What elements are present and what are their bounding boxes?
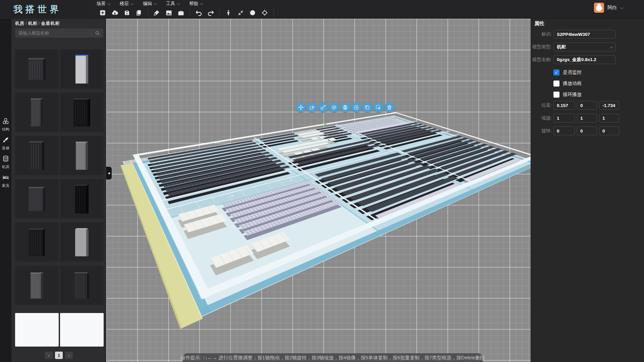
material-pen-icon[interactable] — [151, 8, 163, 17]
cabinet-body — [75, 228, 89, 256]
model-tile[interactable] — [60, 49, 104, 89]
cabinet-body — [31, 98, 43, 126]
model-tile[interactable] — [60, 136, 104, 175]
sidebar-collapse-handle[interactable]: ◀ — [106, 167, 112, 179]
cabinet-body — [76, 142, 88, 170]
model-tile[interactable] — [15, 49, 59, 89]
cabinet-body — [73, 98, 90, 126]
rail-item-structure[interactable]: 结构 — [0, 118, 11, 132]
current-page[interactable]: 1 — [55, 352, 63, 359]
rotate-90-icon[interactable]: 90 — [329, 102, 339, 112]
model-tile[interactable] — [60, 179, 104, 218]
box-select-icon[interactable] — [373, 102, 383, 112]
scale-z-input[interactable]: 1 — [599, 114, 619, 122]
cabinet-body — [31, 272, 43, 299]
rotation-x-input[interactable]: 0 — [553, 126, 575, 135]
breadcrumb-cabinet[interactable]: 机柜 — [28, 21, 38, 26]
cabinet-body — [75, 55, 88, 84]
cabinet-thumbnail — [75, 185, 89, 213]
fit-view-icon[interactable] — [234, 8, 247, 17]
person-view-icon[interactable] — [222, 8, 234, 17]
rail-item-decorate[interactable]: 装修 — [0, 137, 11, 151]
cabinet-door — [31, 231, 41, 255]
copy-page-icon[interactable] — [133, 8, 145, 17]
breadcrumb-room[interactable]: 机房 — [15, 21, 24, 26]
model-tile[interactable] — [15, 136, 59, 175]
scale-icon[interactable] — [318, 102, 328, 112]
user-menu[interactable]: 阿白 — [594, 3, 623, 13]
copy-icon[interactable] — [351, 102, 361, 112]
chevron-down-icon — [610, 45, 613, 48]
cabinet-thumbnail — [29, 228, 45, 256]
batch-copy-icon[interactable] — [362, 102, 372, 112]
search-input[interactable] — [15, 31, 91, 36]
next-page-button[interactable]: › — [65, 352, 73, 359]
model-tile[interactable] — [15, 179, 59, 218]
model-type-select[interactable]: 机柜 — [553, 43, 615, 51]
new-icon[interactable] — [97, 8, 109, 17]
model-tile[interactable] — [60, 222, 104, 262]
chevron-down-icon — [620, 6, 624, 9]
cabinet-thumbnail — [28, 58, 46, 80]
image-icon[interactable] — [163, 8, 175, 17]
monitor-checkbox[interactable]: ✓ — [553, 69, 559, 75]
model-tile[interactable] — [60, 313, 104, 347]
toolbar-separator — [148, 9, 148, 16]
cloud-download-icon[interactable] — [109, 8, 121, 17]
id-input[interactable]: S2PP4lewW307 — [553, 30, 615, 39]
save-icon[interactable] — [121, 8, 133, 17]
redo-icon[interactable] — [205, 8, 217, 17]
cubes-icon — [2, 118, 9, 126]
mirror-icon[interactable] — [340, 102, 350, 112]
chevron-down-icon — [200, 2, 203, 5]
position-y-input[interactable]: 0 — [577, 101, 597, 110]
cabinet-body — [75, 185, 89, 213]
avatar[interactable] — [594, 3, 604, 13]
delete-icon[interactable] — [384, 102, 394, 112]
cabinet-thumbnail — [75, 55, 88, 84]
position-z-input[interactable]: -1.734 — [599, 101, 619, 110]
pagination: ‹ 1 › — [11, 352, 106, 359]
menu-tools[interactable]: 工具 — [166, 1, 179, 7]
rotation-y-input[interactable]: 0 — [577, 126, 597, 135]
compass-icon[interactable] — [247, 8, 259, 17]
model-tile[interactable] — [15, 313, 59, 347]
breadcrumb: 机房/机柜/金盾机柜 — [15, 20, 60, 27]
bed-icon — [2, 174, 9, 182]
scale-x-input[interactable]: 1 — [553, 114, 575, 122]
camera-icon[interactable] — [175, 8, 187, 17]
model-tile[interactable] — [15, 222, 59, 262]
model-tile[interactable] — [60, 266, 104, 305]
rail-item-furniture[interactable]: 家具 — [0, 174, 11, 188]
breadcrumb-jindun[interactable]: 金盾机柜 — [41, 21, 60, 26]
rotate-icon[interactable] — [307, 102, 317, 112]
properties-panel: 属性 标识: S2PP4lewW307 模型类型: 机柜 模型名称: 0gzgs… — [531, 19, 644, 362]
play-animation-checkbox[interactable] — [553, 81, 559, 87]
search-icon[interactable] — [91, 31, 103, 36]
locate-icon[interactable] — [259, 8, 271, 17]
cabinet-thumbnail — [73, 98, 90, 126]
menu-floor[interactable]: 楼层 — [120, 1, 133, 7]
cabinet-door — [33, 101, 39, 125]
model-tile[interactable] — [15, 93, 59, 132]
cabinet-door — [77, 187, 85, 212]
model-search — [15, 29, 103, 38]
move-icon[interactable] — [296, 102, 306, 112]
cabinet-door — [77, 144, 84, 168]
rail-item-server-room[interactable]: 机房 — [0, 155, 11, 169]
menu-scene[interactable]: 场景 — [97, 1, 110, 7]
scale-y-input[interactable]: 1 — [577, 114, 597, 122]
loop-play-checkbox[interactable] — [553, 92, 559, 98]
model-tile[interactable] — [15, 266, 59, 305]
position-x-input[interactable]: 0.157 — [553, 101, 575, 110]
rotation-z-input[interactable]: 0 — [599, 126, 619, 135]
menu-help[interactable]: 帮助 — [189, 1, 202, 7]
name-row: 模型名称: 0gzgs_金盾0.8x1.2 — [531, 55, 644, 64]
3d-viewport[interactable]: ◀ 90 操作提示: ↑↓←→ 进行位置微调整；按1轴拖动，按2轴旋转，按3轴缩… — [106, 19, 531, 362]
prev-page-button[interactable]: ‹ — [45, 352, 53, 359]
toolbar-separator — [219, 9, 220, 16]
undo-icon[interactable] — [193, 8, 205, 17]
menu-edit[interactable]: 编辑 — [143, 1, 156, 7]
model-tile[interactable] — [60, 93, 104, 132]
model-name-input[interactable]: 0gzgs_金盾0.8x1.2 — [553, 55, 615, 64]
